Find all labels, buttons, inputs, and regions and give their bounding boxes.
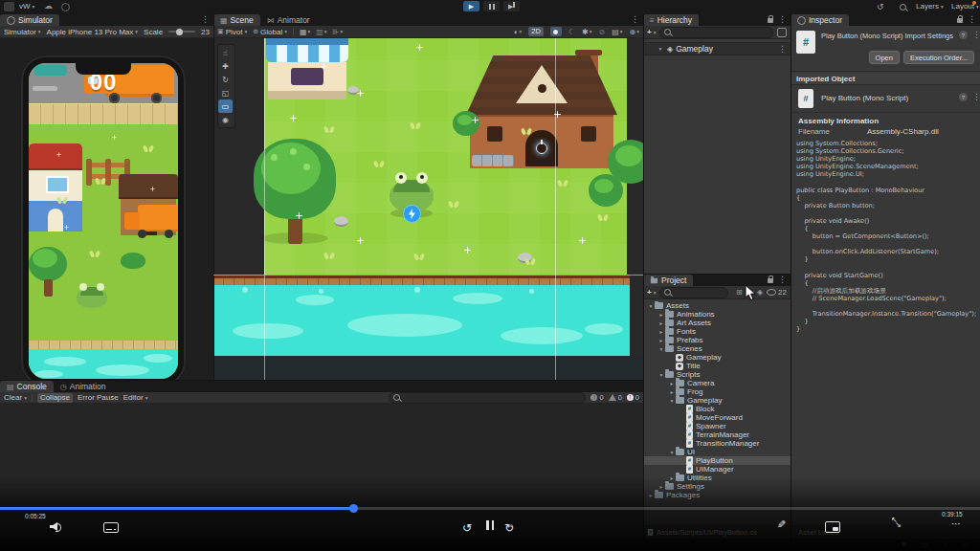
pause-playback-button[interactable] — [486, 520, 496, 531]
cloud-icon[interactable]: ☁ — [44, 1, 53, 11]
tree-row[interactable]: ► Camera — [643, 379, 791, 387]
panel-menu-icon[interactable]: ⋮ — [778, 15, 787, 24]
tree-row[interactable]: ▼ Scenes — [643, 344, 791, 353]
play-button[interactable]: ▶ — [463, 1, 479, 11]
fullscreen-button[interactable]: ↖ ↘ — [888, 518, 900, 530]
expand-arrow-icon[interactable]: ► — [668, 389, 676, 395]
collapse-toggle[interactable]: Collapse — [37, 393, 73, 403]
forward-30-button[interactable]: ↻ 30 — [504, 518, 518, 532]
expand-arrow-icon[interactable]: ► — [657, 320, 665, 326]
more-options-button[interactable]: ⋯ — [951, 518, 961, 529]
step-button[interactable]: ▶ — [503, 1, 520, 11]
gizmos-dropdown[interactable]: ⊕▾ — [630, 28, 639, 36]
tab-hierarchy[interactable]: ≡ Hierarchy — [643, 14, 699, 26]
effects-dropdown[interactable]: ✱▾ — [582, 28, 591, 36]
pause-button[interactable] — [483, 1, 500, 11]
tree-row[interactable]: Block — [643, 405, 791, 413]
clear-button[interactable]: Clear▾ — [4, 393, 27, 402]
tree-row[interactable]: ▼ UI — [643, 448, 791, 456]
camera-settings-dropdown[interactable]: ▤▾ — [612, 28, 622, 36]
open-button[interactable]: Open — [869, 51, 900, 64]
help-icon[interactable]: ? — [959, 31, 968, 39]
scene-options-icon[interactable]: ⋮ — [778, 45, 787, 54]
phone-screen[interactable]: 00 — [29, 63, 178, 379]
tab-simulator[interactable]: Simulator — [0, 14, 59, 26]
pivot-dropdown[interactable]: ▣Pivot▾ — [217, 28, 247, 36]
scale-slider-knob[interactable] — [176, 29, 183, 35]
hidden-count-toggle[interactable]: 22 — [767, 288, 787, 297]
rect-tool-button[interactable]: ▭ — [218, 99, 233, 113]
scene-viewport[interactable]: ☝ ✚ ↻ ◱ ▭ ◉ — [213, 38, 643, 380]
panel-menu-icon[interactable]: ⋮ — [201, 15, 210, 24]
tree-row[interactable]: ▼ Scripts — [643, 370, 791, 379]
expand-arrow-icon[interactable]: ▼ — [668, 450, 676, 455]
draw-mode-dropdown[interactable]: ◐▾ — [514, 28, 523, 36]
tree-row[interactable]: UIManager — [643, 465, 791, 474]
create-asset-button[interactable]: +▾ — [647, 288, 656, 297]
device-dropdown[interactable]: Apple iPhone 13 Pro Max▾ — [47, 28, 139, 36]
lighting-toggle[interactable] — [550, 27, 562, 36]
volume-button[interactable] — [50, 521, 61, 532]
tree-row[interactable]: MoveForward — [643, 413, 791, 422]
tab-project[interactable]: Project — [643, 275, 693, 286]
tree-row[interactable]: ▼ Gameplay — [643, 396, 791, 405]
create-object-button[interactable]: +▾ — [647, 28, 656, 36]
tab-inspector[interactable]: Inspector — [791, 14, 849, 26]
panel-menu-icon[interactable]: ⋮ — [631, 15, 639, 24]
toggle-2d[interactable]: 2D — [528, 27, 544, 36]
hidden-objects-toggle[interactable]: ⊘ — [599, 28, 606, 36]
expand-arrow-icon[interactable]: ► — [657, 338, 665, 343]
tree-row[interactable]: ► Frog — [643, 387, 791, 396]
markup-button[interactable]: ✎ — [777, 518, 786, 531]
rewind-10-button[interactable]: ↺ 10 — [462, 518, 476, 532]
warning-filter-toggle[interactable]: 0 — [609, 393, 622, 402]
expand-arrow-icon[interactable]: ▼ — [657, 372, 665, 378]
expand-arrow-icon[interactable]: ▼ — [657, 346, 665, 352]
grid-snap-dropdown[interactable]: ▦▾ — [300, 28, 310, 36]
scene-header-row[interactable]: ▼ ◈ Gameplay ⋮ — [643, 42, 791, 55]
scene-picker-icon[interactable] — [777, 28, 787, 37]
help-icon[interactable]: ? — [959, 93, 968, 101]
recorder-menu[interactable]: vW▾ — [19, 2, 34, 11]
tree-row[interactable]: TerrainManager — [643, 430, 791, 439]
project-search-input[interactable] — [659, 287, 728, 298]
header-menu-icon[interactable]: ⋮ — [972, 31, 980, 39]
panel-menu-icon[interactable]: ⋮ — [778, 276, 787, 284]
hand-tool-button[interactable]: ☝ — [218, 46, 233, 59]
editor-dropdown[interactable]: Editor▾ — [123, 393, 148, 402]
tree-row[interactable]: Gameplay — [643, 353, 791, 362]
progress-knob[interactable] — [349, 504, 358, 513]
progress-track[interactable] — [0, 507, 980, 510]
tree-row[interactable]: PlayButton — [643, 456, 791, 465]
move-tool-button[interactable]: ✚ — [218, 59, 233, 73]
search-icon[interactable] — [900, 4, 906, 11]
rotate-tool-button[interactable]: ↻ — [218, 73, 233, 86]
expand-arrow-icon[interactable]: ▼ — [668, 398, 676, 404]
tab-console[interactable]: ▤ Console — [0, 381, 54, 392]
panel-menu-icon[interactable]: ⋮ — [968, 15, 976, 24]
snap-increment-dropdown[interactable]: ▥▾ — [316, 28, 326, 36]
global-dropdown[interactable]: ⊕Global▾ — [253, 28, 287, 36]
expand-arrow-icon[interactable]: ► — [657, 312, 665, 318]
tree-row[interactable]: TransitionManager — [643, 439, 791, 448]
tab-scene[interactable]: ▦ Scene — [213, 14, 260, 26]
scale-slider[interactable] — [168, 31, 195, 33]
transform-tool-button[interactable]: ◉ — [218, 113, 233, 126]
undo-history-icon[interactable]: ↺ — [877, 2, 884, 11]
info-filter-toggle[interactable]: i0 — [590, 393, 603, 402]
expand-arrow-icon[interactable]: ► — [657, 329, 665, 335]
hierarchy-search-input[interactable] — [659, 27, 773, 38]
expand-arrow-icon[interactable]: ▼ — [657, 46, 664, 52]
label-icon[interactable]: ◈ — [757, 288, 763, 297]
search-by-type-icon[interactable]: ⊞ — [736, 288, 743, 297]
subtitles-button[interactable] — [103, 522, 119, 533]
scale-tool-button[interactable]: ◱ — [218, 86, 233, 99]
expand-arrow-icon[interactable]: ► — [668, 381, 676, 386]
tree-row[interactable]: Spawner — [643, 422, 791, 430]
recorder-icon[interactable] — [4, 2, 14, 11]
audio-toggle[interactable]: ☾ — [568, 28, 575, 36]
tab-animation[interactable]: ◷ Animation — [54, 381, 113, 392]
lock-icon[interactable] — [768, 18, 773, 23]
lock-icon[interactable] — [957, 18, 963, 23]
measure-dropdown[interactable]: ⊪▾ — [333, 28, 344, 36]
